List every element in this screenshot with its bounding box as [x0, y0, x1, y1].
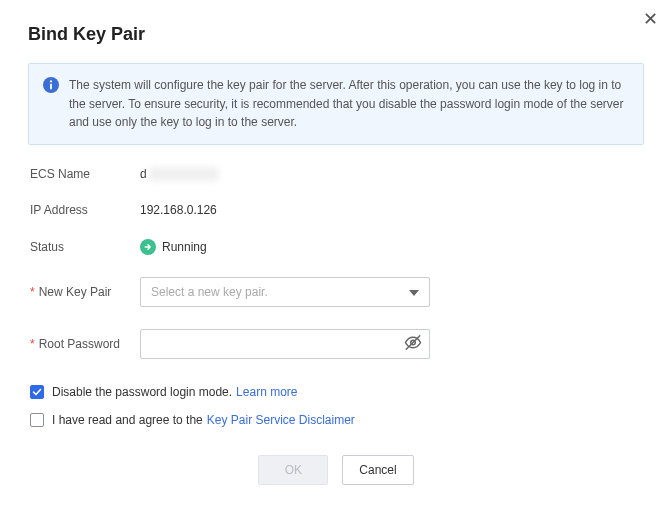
- dialog-footer: OK Cancel: [28, 455, 644, 485]
- row-ecs-name: ECS Name d: [30, 167, 644, 181]
- new-key-pair-placeholder: Select a new key pair.: [151, 285, 268, 299]
- cancel-button[interactable]: Cancel: [342, 455, 413, 485]
- ecs-name-redacted: [149, 167, 219, 181]
- root-password-wrapper: [140, 329, 430, 359]
- row-agree: I have read and agree to the Key Pair Se…: [30, 413, 644, 427]
- info-icon: [43, 77, 59, 132]
- eye-off-icon[interactable]: [404, 333, 422, 354]
- label-ip-address: IP Address: [30, 203, 140, 217]
- close-icon[interactable]: ✕: [643, 10, 658, 28]
- chevron-down-icon: [409, 285, 419, 299]
- info-text: The system will configure the key pair f…: [69, 76, 629, 132]
- label-ecs-name: ECS Name: [30, 167, 140, 181]
- status-running-icon: [140, 239, 156, 255]
- value-ip-address: 192.168.0.126: [140, 203, 217, 217]
- disable-password-checkbox[interactable]: [30, 385, 44, 399]
- ok-button[interactable]: OK: [258, 455, 328, 485]
- row-new-key-pair: New Key Pair Select a new key pair.: [30, 277, 644, 307]
- bind-key-pair-dialog: ✕ Bind Key Pair The system will configur…: [0, 0, 672, 509]
- svg-point-2: [50, 80, 52, 82]
- disable-password-label: Disable the password login mode.: [52, 385, 232, 399]
- label-new-key-pair: New Key Pair: [30, 285, 140, 299]
- ecs-name-prefix: d: [140, 167, 147, 181]
- dialog-title: Bind Key Pair: [28, 24, 644, 45]
- label-root-password: Root Password: [30, 337, 140, 351]
- info-banner: The system will configure the key pair f…: [28, 63, 644, 145]
- learn-more-link[interactable]: Learn more: [236, 385, 297, 399]
- status-text: Running: [162, 240, 207, 254]
- label-status: Status: [30, 240, 140, 254]
- row-status: Status Running: [30, 239, 644, 255]
- root-password-input[interactable]: [140, 329, 430, 359]
- svg-rect-1: [50, 84, 52, 90]
- row-disable-password: Disable the password login mode. Learn m…: [30, 385, 644, 399]
- row-root-password: Root Password: [30, 329, 644, 359]
- new-key-pair-select[interactable]: Select a new key pair.: [140, 277, 430, 307]
- value-ecs-name: d: [140, 167, 219, 181]
- agree-checkbox[interactable]: [30, 413, 44, 427]
- disclaimer-link[interactable]: Key Pair Service Disclaimer: [207, 413, 355, 427]
- row-ip-address: IP Address 192.168.0.126: [30, 203, 644, 217]
- value-status: Running: [140, 239, 207, 255]
- agree-label: I have read and agree to the: [52, 413, 203, 427]
